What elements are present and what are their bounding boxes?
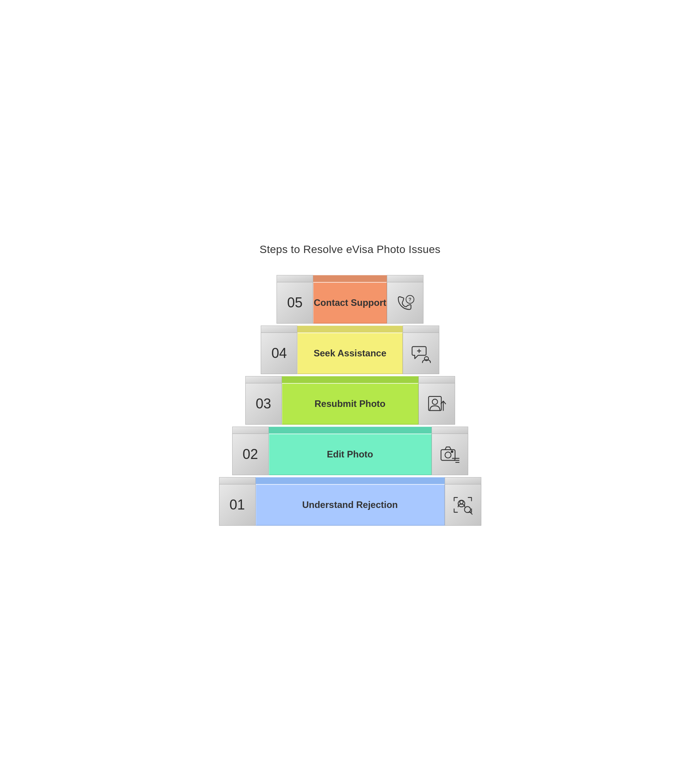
svg-text:?: ?	[409, 297, 412, 302]
step-icon-01	[445, 484, 481, 526]
step-05: 05Contact Support ?	[277, 275, 423, 324]
step-label-05: Contact Support	[313, 282, 387, 324]
step-number-01: 01	[219, 484, 256, 526]
step-02: 02Edit Photo	[232, 427, 468, 475]
step-number-03: 03	[245, 383, 282, 425]
step-label-02: Edit Photo	[269, 434, 432, 475]
step-label-04: Seek Assistance	[297, 332, 402, 374]
step-04: 04Seek Assistance	[261, 326, 439, 374]
step-label-03: Resubmit Photo	[282, 383, 418, 425]
svg-point-10	[451, 451, 453, 452]
page-title: Steps to Resolve eVisa Photo Issues	[260, 243, 440, 256]
svg-point-9	[445, 452, 451, 458]
pyramid: 05Contact Support ? 04Seek Assistance 03…	[219, 275, 481, 528]
step-icon-03	[418, 383, 455, 425]
step-01: 01Understand Rejection	[219, 477, 481, 526]
step-icon-04	[403, 332, 439, 374]
step-icon-02	[432, 434, 468, 475]
step-number-05: 05	[277, 282, 313, 324]
step-icon-05: ?	[387, 282, 423, 324]
step-label-01: Understand Rejection	[256, 484, 445, 526]
svg-point-15	[460, 501, 463, 504]
step-03: 03Resubmit Photo	[245, 376, 455, 425]
step-number-02: 02	[232, 434, 269, 475]
page-container: Steps to Resolve eVisa Photo Issues 05Co…	[204, 220, 497, 551]
svg-point-6	[432, 399, 438, 405]
step-number-04: 04	[261, 332, 297, 374]
